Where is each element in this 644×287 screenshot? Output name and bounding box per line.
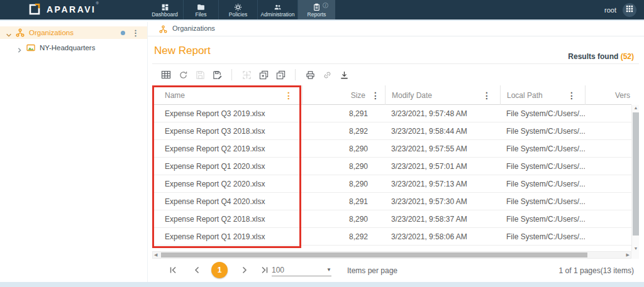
gear-icon [234,3,242,11]
info-icon[interactable]: i [323,3,328,8]
tab-dashboard[interactable]: Dashboard [147,0,183,19]
cell-name: Expense Report Q1 2020.xlsx [152,158,302,175]
first-page-button[interactable] [169,266,177,274]
report-toolbar [152,63,639,85]
cell-size: 8,292 [302,228,385,245]
tree-item-ny-headquarters[interactable]: NY-Headquarters [0,41,147,54]
cell-size: 8,290 [302,210,385,227]
link-button[interactable] [321,69,333,80]
save-as-button[interactable] [211,69,223,80]
items-per-page-select[interactable]: 100 ▼ [272,264,331,276]
cell-modify-date: 3/23/2021, 9:58:06 AM [385,228,500,245]
breadcrumb-label[interactable]: Organizations [172,24,215,32]
cell-local-path: File System/C:/Users/... [500,193,585,210]
items-per-page-value: 100 [272,266,284,274]
table-row[interactable]: Expense Report Q3 2018.xlsx 8,292 3/23/2… [152,122,631,140]
cell-local-path: File System/C:/Users/... [500,228,585,245]
cell-size: 8,292 [302,122,385,139]
items-per-page-label: Items per page [347,266,397,275]
dashboard-icon [161,3,169,11]
cell-size: 8,291 [302,193,385,210]
scroll-right-arrow-icon[interactable]: ▶ [626,252,630,258]
user-area: root [604,0,636,19]
table-body: Expense Report Q3 2019.xlsx 8,291 3/23/2… [152,105,631,251]
cell-modify-date: 3/23/2021, 9:58:44 AM [385,122,500,139]
cell-name: Expense Report Q2 2019.xlsx [152,140,302,157]
status-dot [121,31,125,35]
paginator: 1 100 ▼ Items per page 1 of 1 pages(13 i… [152,259,639,282]
download-button[interactable] [338,69,350,80]
table-row[interactable]: Expense Report Q2 2019.xlsx 8,290 3/23/2… [152,140,631,158]
scroll-left-arrow-icon[interactable]: ◀ [154,252,157,258]
cell-name: Expense Report Q1 2019.xlsx [152,228,302,245]
aparavi-logo-icon [28,3,42,16]
apps-grid-button[interactable] [623,3,636,17]
cell-size: 8,291 [302,105,385,122]
column-header-size[interactable]: Size ⋮ [302,85,385,105]
cell-name: Expense Report Q3 2018.xlsx [152,122,302,139]
top-navigation-bar: APARAVI® Dashboard Files Policies [0,0,644,21]
column-label: Modify Date [392,91,432,100]
cell-version [585,140,631,157]
print-button[interactable] [304,69,316,80]
column-header-version[interactable]: Vers [585,85,631,105]
cell-name: Expense Report Q2 2020.xlsx [152,175,302,192]
grid-dots-icon [626,5,633,14]
expand-all-button[interactable] [258,69,269,80]
chevron-down-icon[interactable] [6,30,12,36]
column-menu-icon[interactable]: ⋮ [371,91,380,100]
save-button-disabled[interactable] [194,69,206,80]
tab-label: Administration [261,11,295,18]
cell-local-path: File System/C:/Users/... [500,122,585,139]
page-summary: 1 of 1 pages(13 items) [559,266,634,275]
previous-page-button[interactable] [192,266,201,274]
main-nav-tabs: Dashboard Files Policies Administration [147,0,335,19]
scroll-down-arrow-icon[interactable]: ▼ [632,246,640,251]
cell-modify-date: 3/23/2021, 9:58:37 AM [385,210,500,227]
horizontal-scroll-thumb[interactable] [161,252,587,257]
chevron-right-icon[interactable] [16,45,23,51]
brand-registered-mark: ® [96,1,98,5]
results-found: Results found (52) [568,52,634,61]
column-menu-icon[interactable]: ⋮ [482,91,491,100]
tree-item-label: NY-Headquarters [40,44,95,51]
next-page-button[interactable] [240,266,249,274]
column-menu-icon[interactable]: ⋮ [284,91,293,100]
cell-version [585,210,631,227]
vertical-scroll-thumb[interactable] [633,112,639,236]
organizations-icon [159,24,167,33]
results-count: (52) [621,52,634,61]
horizontal-scrollbar[interactable]: ◀ ▶ [152,251,631,259]
table-row[interactable]: Expense Report Q1 2020.xlsx 8,290 3/23/2… [152,158,631,175]
vertical-scrollbar[interactable]: ▲ ▼ [631,105,639,251]
table-row[interactable]: Expense Report Q2 2020.xlsx 8,290 3/23/2… [152,175,631,193]
toolbar-separator [295,69,296,80]
select-cells-button-disabled[interactable] [241,69,252,80]
table-row[interactable]: Expense Report Q4 2020.xlsx 8,291 3/23/2… [152,193,631,210]
tab-administration[interactable]: Administration [257,0,297,19]
column-header-modify-date[interactable]: Modify Date ⋮ [385,85,500,105]
tab-policies[interactable]: Policies [218,0,257,19]
breadcrumb: Organizations [148,21,644,36]
scroll-up-arrow-icon[interactable]: ▲ [632,106,640,110]
column-menu-icon[interactable]: ⋮ [567,91,576,100]
table-row[interactable]: Expense Report Q3 2019.xlsx 8,291 3/23/2… [152,105,631,122]
column-header-local-path[interactable]: Local Path ⋮ [500,85,585,105]
tab-files[interactable]: Files [183,0,218,19]
collapse-all-button[interactable] [275,69,286,80]
refresh-button[interactable] [177,69,189,80]
cell-version [585,105,631,122]
last-page-button[interactable] [260,266,269,274]
tree-item-menu-icon[interactable]: ⋮ [131,29,140,37]
column-label: Size [351,91,365,100]
tree-item-organizations[interactable]: Organizations ⋮ [0,26,147,39]
table-row[interactable]: Expense Report Q1 2019.xlsx 8,292 3/23/2… [152,228,631,246]
table-view-button[interactable] [160,69,172,80]
cell-version [585,228,631,245]
cell-modify-date: 3/23/2021, 9:57:55 AM [385,140,500,157]
bottom-strip [0,282,644,287]
tab-reports[interactable]: Reports [297,0,335,19]
current-page-button[interactable]: 1 [211,262,228,278]
column-header-name[interactable]: Name ⋮ [152,85,302,105]
table-row[interactable]: Expense Report Q2 2018.xlsx 8,290 3/23/2… [152,210,631,228]
